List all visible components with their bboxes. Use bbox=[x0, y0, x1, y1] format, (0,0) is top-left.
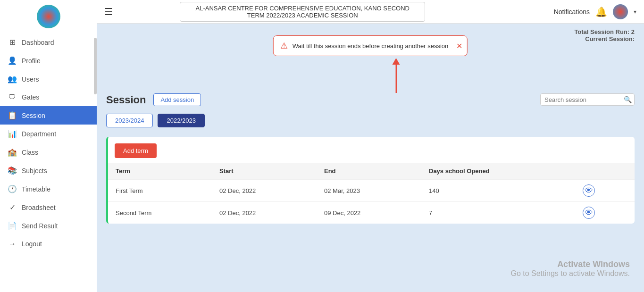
table-row: Second Term 02 Dec, 2022 09 Dec, 2022 7 … bbox=[108, 202, 635, 224]
chevron-down-icon[interactable]: ▾ bbox=[634, 8, 636, 15]
alert-close-button[interactable]: ✕ bbox=[456, 42, 462, 50]
term-start: 02 Dec, 2022 bbox=[212, 180, 317, 202]
term-action-cell: 👁 bbox=[575, 202, 635, 224]
content-area: ⚠ Wait till this session ends before cre… bbox=[97, 24, 644, 292]
dashboard-icon: ⊞ bbox=[8, 38, 17, 47]
alert-message: Wait till this session ends before creat… bbox=[293, 42, 448, 50]
table-header: Term Start End Days school Opened bbox=[108, 163, 635, 180]
term-days: 140 bbox=[421, 180, 575, 202]
col-start: Start bbox=[212, 163, 317, 180]
users-icon: 👥 bbox=[8, 75, 17, 83]
topbar-right: Notifications 🔔 ▾ bbox=[554, 4, 636, 19]
add-term-button[interactable]: Add term bbox=[115, 143, 157, 158]
sidebar-item-label: Broadsheet bbox=[22, 204, 56, 211]
terms-table-card: Add term Term Start End Days school Open… bbox=[106, 137, 635, 224]
sidebar-item-label: Timetable bbox=[22, 185, 50, 193]
sidebar-logo bbox=[37, 5, 60, 28]
sidebar: ⊞ Dashboard 👤 Profile 👥 Users 🛡 Gates 📋 … bbox=[0, 0, 97, 292]
broadsheet-icon: ✓ bbox=[8, 203, 17, 212]
topbar-title: AL-ANSAR CENTRE FOR COMPREHENSIVE EDUCAT… bbox=[180, 2, 425, 22]
profile-icon: 👤 bbox=[8, 56, 17, 65]
sidebar-item-timetable[interactable]: 🕐 Timetable bbox=[0, 180, 97, 198]
sidebar-item-profile[interactable]: 👤 Profile bbox=[0, 51, 97, 70]
session-panel: Session Add session 2023/2024 2022/2023 … bbox=[106, 93, 635, 224]
term-name: First Term bbox=[108, 180, 212, 202]
col-end: End bbox=[317, 163, 421, 180]
department-icon: 📊 bbox=[8, 129, 17, 138]
term-name: Second Term bbox=[108, 202, 212, 224]
add-session-button[interactable]: Add session bbox=[153, 93, 201, 106]
timetable-icon: 🕐 bbox=[8, 184, 17, 193]
alert-box: ⚠ Wait till this session ends before cre… bbox=[273, 35, 468, 56]
sidebar-item-logout[interactable]: → Logout bbox=[0, 235, 97, 253]
sidebar-item-label: Gates bbox=[22, 93, 39, 101]
term-end: 02 Mar, 2023 bbox=[317, 180, 421, 202]
sidebar-item-label: Subjects bbox=[22, 167, 47, 175]
term-action-cell: 👁 bbox=[575, 180, 635, 202]
arrow-line bbox=[396, 65, 397, 93]
sidebar-item-users[interactable]: 👥 Users bbox=[0, 70, 97, 88]
gates-icon: 🛡 bbox=[8, 93, 17, 101]
term-days: 7 bbox=[421, 202, 575, 224]
col-term: Term bbox=[108, 163, 212, 180]
notifications-label: Notifications bbox=[554, 8, 590, 16]
current-session: Current Session: bbox=[574, 35, 635, 42]
activate-windows-watermark: Activate Windows Go to Settings to activ… bbox=[510, 259, 630, 278]
hamburger-icon[interactable]: ☰ bbox=[104, 6, 113, 17]
sidebar-item-dashboard[interactable]: ⊞ Dashboard bbox=[0, 33, 97, 51]
logout-icon: → bbox=[8, 240, 17, 248]
sidebar-item-label: Session bbox=[22, 112, 45, 119]
alert-arrow bbox=[396, 58, 397, 93]
table-body: First Term 02 Dec, 2022 02 Mar, 2023 140… bbox=[108, 180, 635, 224]
sidebar-item-class[interactable]: 🏫 Class bbox=[0, 143, 97, 161]
sidebar-item-label: Send Result bbox=[22, 222, 58, 230]
arrow-head-icon bbox=[393, 58, 400, 65]
view-term-button[interactable]: 👁 bbox=[583, 207, 595, 219]
col-action bbox=[575, 163, 635, 180]
total-session-run: Total Session Run: 2 bbox=[574, 28, 635, 35]
sidebar-item-label: Users bbox=[22, 75, 39, 83]
alert-triangle-icon: ⚠ bbox=[280, 41, 288, 51]
view-term-button[interactable]: 👁 bbox=[583, 184, 595, 197]
sidebar-item-subjects[interactable]: 📚 Subjects bbox=[0, 161, 97, 180]
sidebar-item-label: Profile bbox=[22, 57, 41, 65]
sidebar-item-session[interactable]: 📋 Session bbox=[0, 106, 97, 125]
avatar[interactable] bbox=[613, 4, 628, 19]
sidebar-item-department[interactable]: 📊 Department bbox=[0, 125, 97, 143]
main-area: ☰ AL-ANSAR CENTRE FOR COMPREHENSIVE EDUC… bbox=[97, 0, 644, 292]
session-info: Total Session Run: 2 Current Session: bbox=[574, 28, 635, 42]
sidebar-item-label: Department bbox=[22, 130, 56, 138]
sidebar-item-broadsheet[interactable]: ✓ Broadsheet bbox=[0, 198, 97, 217]
sidebar-item-label: Class bbox=[22, 149, 38, 156]
year-tabs: 2023/2024 2022/2023 bbox=[106, 114, 635, 127]
tab-2022-2023[interactable]: 2022/2023 bbox=[158, 114, 204, 127]
session-icon: 📋 bbox=[8, 111, 17, 120]
search-box: 🔍 bbox=[540, 93, 635, 106]
search-icon[interactable]: 🔍 bbox=[624, 96, 632, 103]
bell-icon[interactable]: 🔔 bbox=[595, 6, 607, 17]
col-days: Days school Opened bbox=[421, 163, 575, 180]
class-icon: 🏫 bbox=[8, 148, 17, 157]
terms-table: Term Start End Days school Opened First … bbox=[108, 163, 635, 224]
sidebar-item-send-result[interactable]: 📄 Send Result bbox=[0, 217, 97, 235]
subjects-icon: 📚 bbox=[8, 166, 17, 175]
tab-2023-2024[interactable]: 2023/2024 bbox=[106, 114, 153, 127]
session-title: Session bbox=[106, 94, 146, 106]
term-start: 02 Dec, 2022 bbox=[212, 202, 317, 224]
sidebar-item-label: Logout bbox=[22, 240, 42, 248]
term-end: 09 Dec, 2022 bbox=[317, 202, 421, 224]
sidebar-item-label: Dashboard bbox=[22, 39, 54, 46]
table-row: First Term 02 Dec, 2022 02 Mar, 2023 140… bbox=[108, 180, 635, 202]
send-result-icon: 📄 bbox=[8, 221, 17, 230]
sidebar-item-gates[interactable]: 🛡 Gates bbox=[0, 88, 97, 106]
topbar: ☰ AL-ANSAR CENTRE FOR COMPREHENSIVE EDUC… bbox=[97, 0, 644, 24]
search-input[interactable] bbox=[544, 96, 624, 103]
